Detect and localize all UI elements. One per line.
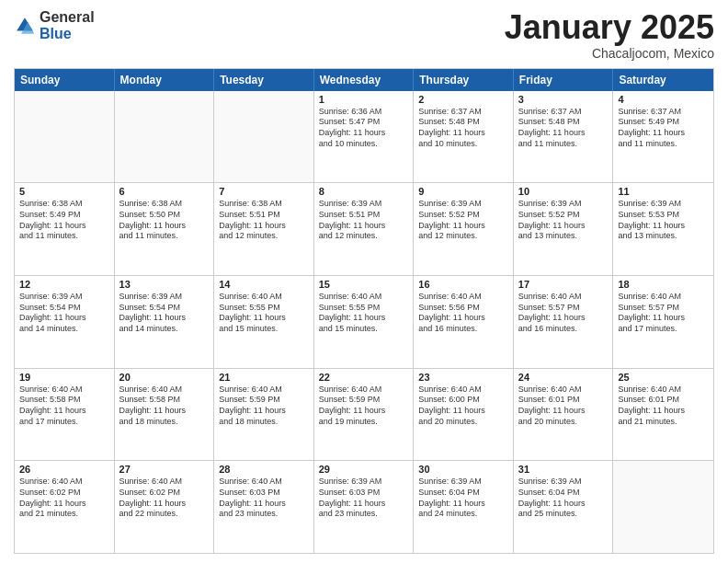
calendar-cell (214, 91, 314, 183)
cell-date: 16 (418, 279, 508, 290)
calendar-cell: 14Sunrise: 6:40 AM Sunset: 5:55 PM Dayli… (214, 276, 314, 368)
calendar-cell: 15Sunrise: 6:40 AM Sunset: 5:55 PM Dayli… (314, 276, 415, 368)
cell-info: Sunrise: 6:39 AM Sunset: 5:51 PM Dayligh… (319, 199, 409, 242)
cell-date: 20 (119, 372, 210, 383)
cell-date: 29 (319, 464, 409, 475)
calendar-cell: 18Sunrise: 6:40 AM Sunset: 5:57 PM Dayli… (613, 276, 713, 368)
cell-info: Sunrise: 6:40 AM Sunset: 6:02 PM Dayligh… (119, 477, 210, 520)
cell-date: 31 (518, 464, 609, 475)
cell-date: 26 (19, 464, 109, 475)
header: General Blue January 2025 Chacaljocom, M… (14, 9, 714, 61)
cell-info: Sunrise: 6:38 AM Sunset: 5:49 PM Dayligh… (19, 199, 109, 242)
calendar-cell: 20Sunrise: 6:40 AM Sunset: 5:58 PM Dayli… (115, 369, 215, 461)
calendar-cell: 6Sunrise: 6:38 AM Sunset: 5:50 PM Daylig… (115, 183, 215, 275)
calendar-cell (115, 91, 215, 183)
cell-info: Sunrise: 6:39 AM Sunset: 5:52 PM Dayligh… (518, 199, 609, 242)
cell-date: 24 (518, 372, 609, 383)
cell-info: Sunrise: 6:40 AM Sunset: 6:02 PM Dayligh… (19, 477, 109, 520)
calendar-cell: 10Sunrise: 6:39 AM Sunset: 5:52 PM Dayli… (514, 183, 614, 275)
title-block: January 2025 Chacaljocom, Mexico (505, 9, 714, 61)
cell-date: 6 (119, 186, 210, 197)
month-title: January 2025 (505, 9, 714, 46)
cell-date: 17 (518, 279, 609, 290)
calendar-cell: 24Sunrise: 6:40 AM Sunset: 6:01 PM Dayli… (514, 369, 614, 461)
calendar-cell: 12Sunrise: 6:39 AM Sunset: 5:54 PM Dayli… (15, 276, 115, 368)
calendar-row-1: 5Sunrise: 6:38 AM Sunset: 5:49 PM Daylig… (15, 182, 713, 275)
cell-date: 22 (319, 372, 409, 383)
cell-info: Sunrise: 6:40 AM Sunset: 5:59 PM Dayligh… (319, 385, 409, 428)
calendar-cell: 17Sunrise: 6:40 AM Sunset: 5:57 PM Dayli… (514, 276, 614, 368)
calendar-cell: 2Sunrise: 6:37 AM Sunset: 5:48 PM Daylig… (414, 91, 514, 183)
page: General Blue January 2025 Chacaljocom, M… (0, 0, 728, 563)
calendar-cell (15, 91, 115, 183)
cell-date: 28 (219, 464, 309, 475)
calendar-cell: 9Sunrise: 6:39 AM Sunset: 5:52 PM Daylig… (414, 183, 514, 275)
cell-date: 25 (618, 372, 709, 383)
location-subtitle: Chacaljocom, Mexico (505, 46, 714, 61)
header-cell-sunday: Sunday (15, 69, 115, 91)
cell-info: Sunrise: 6:40 AM Sunset: 5:55 PM Dayligh… (219, 292, 309, 335)
calendar-cell: 27Sunrise: 6:40 AM Sunset: 6:02 PM Dayli… (115, 461, 215, 553)
cell-info: Sunrise: 6:39 AM Sunset: 6:04 PM Dayligh… (418, 477, 508, 520)
header-cell-friday: Friday (514, 69, 614, 91)
header-cell-tuesday: Tuesday (214, 69, 314, 91)
logo-text: General Blue (40, 9, 95, 41)
calendar-header: SundayMondayTuesdayWednesdayThursdayFrid… (15, 69, 713, 91)
cell-info: Sunrise: 6:39 AM Sunset: 5:53 PM Dayligh… (618, 199, 709, 242)
calendar-cell: 4Sunrise: 6:37 AM Sunset: 5:49 PM Daylig… (613, 91, 713, 183)
cell-info: Sunrise: 6:38 AM Sunset: 5:50 PM Dayligh… (119, 199, 210, 242)
calendar-row-2: 12Sunrise: 6:39 AM Sunset: 5:54 PM Dayli… (15, 275, 713, 368)
cell-info: Sunrise: 6:39 AM Sunset: 5:54 PM Dayligh… (19, 292, 109, 335)
cell-date: 13 (119, 279, 210, 290)
cell-info: Sunrise: 6:39 AM Sunset: 6:04 PM Dayligh… (518, 477, 609, 520)
header-cell-thursday: Thursday (414, 69, 514, 91)
calendar-cell: 11Sunrise: 6:39 AM Sunset: 5:53 PM Dayli… (613, 183, 713, 275)
cell-info: Sunrise: 6:40 AM Sunset: 6:01 PM Dayligh… (518, 385, 609, 428)
calendar-cell: 31Sunrise: 6:39 AM Sunset: 6:04 PM Dayli… (514, 461, 614, 553)
cell-date: 12 (19, 279, 109, 290)
cell-info: Sunrise: 6:40 AM Sunset: 6:01 PM Dayligh… (618, 385, 709, 428)
header-cell-saturday: Saturday (613, 69, 713, 91)
cell-date: 18 (618, 279, 709, 290)
calendar-cell: 19Sunrise: 6:40 AM Sunset: 5:58 PM Dayli… (15, 369, 115, 461)
calendar-cell: 13Sunrise: 6:39 AM Sunset: 5:54 PM Dayli… (115, 276, 215, 368)
cell-date: 19 (19, 372, 109, 383)
calendar-cell: 21Sunrise: 6:40 AM Sunset: 5:59 PM Dayli… (214, 369, 314, 461)
cell-date: 10 (518, 186, 609, 197)
logo-general: General (40, 9, 95, 26)
cell-info: Sunrise: 6:40 AM Sunset: 5:56 PM Dayligh… (418, 292, 508, 335)
calendar-cell: 28Sunrise: 6:40 AM Sunset: 6:03 PM Dayli… (214, 461, 314, 553)
calendar-cell: 1Sunrise: 6:36 AM Sunset: 5:47 PM Daylig… (314, 91, 415, 183)
cell-date: 21 (219, 372, 309, 383)
cell-date: 5 (19, 186, 109, 197)
calendar-cell: 5Sunrise: 6:38 AM Sunset: 5:49 PM Daylig… (15, 183, 115, 275)
cell-info: Sunrise: 6:40 AM Sunset: 5:58 PM Dayligh… (19, 385, 109, 428)
header-cell-monday: Monday (115, 69, 215, 91)
calendar-cell: 29Sunrise: 6:39 AM Sunset: 6:03 PM Dayli… (314, 461, 415, 553)
cell-info: Sunrise: 6:37 AM Sunset: 5:48 PM Dayligh… (518, 107, 609, 150)
logo-blue: Blue (40, 26, 95, 42)
cell-date: 9 (418, 186, 508, 197)
cell-info: Sunrise: 6:39 AM Sunset: 5:54 PM Dayligh… (119, 292, 210, 335)
cell-info: Sunrise: 6:38 AM Sunset: 5:51 PM Dayligh… (219, 199, 309, 242)
calendar-cell (613, 461, 713, 553)
calendar-cell: 16Sunrise: 6:40 AM Sunset: 5:56 PM Dayli… (414, 276, 514, 368)
cell-info: Sunrise: 6:40 AM Sunset: 6:03 PM Dayligh… (219, 477, 309, 520)
logo-icon (14, 15, 36, 37)
cell-date: 3 (518, 94, 609, 105)
cell-date: 23 (418, 372, 508, 383)
calendar-body: 1Sunrise: 6:36 AM Sunset: 5:47 PM Daylig… (15, 91, 713, 553)
cell-info: Sunrise: 6:37 AM Sunset: 5:49 PM Dayligh… (618, 107, 709, 150)
calendar-row-4: 26Sunrise: 6:40 AM Sunset: 6:02 PM Dayli… (15, 460, 713, 553)
calendar-cell: 7Sunrise: 6:38 AM Sunset: 5:51 PM Daylig… (214, 183, 314, 275)
cell-date: 1 (319, 94, 409, 105)
calendar: SundayMondayTuesdayWednesdayThursdayFrid… (14, 68, 714, 554)
cell-date: 15 (319, 279, 409, 290)
cell-info: Sunrise: 6:39 AM Sunset: 6:03 PM Dayligh… (319, 477, 409, 520)
cell-info: Sunrise: 6:40 AM Sunset: 6:00 PM Dayligh… (418, 385, 508, 428)
cell-info: Sunrise: 6:37 AM Sunset: 5:48 PM Dayligh… (418, 107, 508, 150)
calendar-cell: 30Sunrise: 6:39 AM Sunset: 6:04 PM Dayli… (414, 461, 514, 553)
calendar-cell: 23Sunrise: 6:40 AM Sunset: 6:00 PM Dayli… (414, 369, 514, 461)
cell-date: 30 (418, 464, 508, 475)
cell-date: 14 (219, 279, 309, 290)
